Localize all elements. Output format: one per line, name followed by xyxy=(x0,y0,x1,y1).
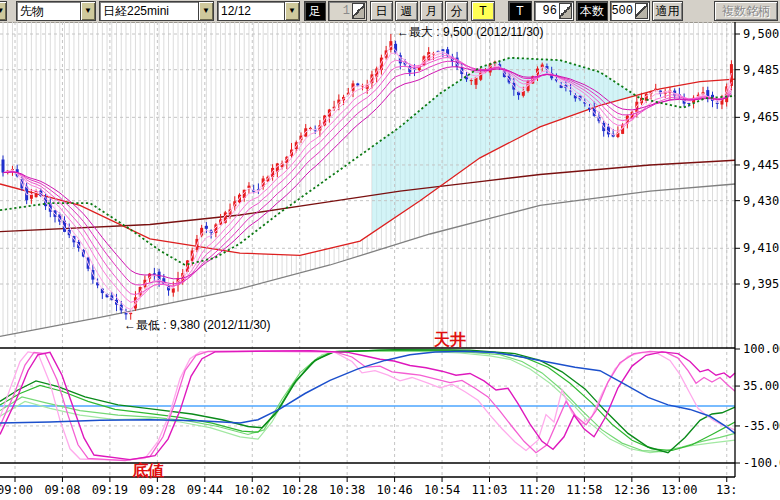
chevron-down-icon[interactable]: ▼ xyxy=(0,2,6,20)
bar-count-value: 500 xyxy=(611,4,635,18)
price-axis-label: 9,430 xyxy=(743,194,779,208)
price-axis-label: 9,410 xyxy=(743,241,779,255)
product-select[interactable]: 先物 ▼ xyxy=(16,1,96,21)
bar-count-label-button[interactable]: 本数 xyxy=(576,1,608,21)
time-axis-label: 10:54 xyxy=(424,483,460,497)
month-button[interactable]: 月 xyxy=(420,1,443,21)
chevron-down-icon[interactable]: ▼ xyxy=(284,2,299,20)
price-axis-label: 9,485 xyxy=(743,63,779,77)
time-axis-label: 10:02 xyxy=(234,483,270,497)
price-axis-label: 9,395 xyxy=(743,277,779,291)
annotation-ceiling: 天井 xyxy=(433,331,466,348)
time-axis-label: 09:00 xyxy=(0,483,33,497)
rci-blue xyxy=(0,351,735,433)
contract-select[interactable]: 12/12 ▼ xyxy=(217,1,300,21)
tick-button-active[interactable]: T xyxy=(471,1,495,21)
annotation-max: ←最大 : 9,500 (2012/11/30) xyxy=(397,25,544,39)
bar-count-spinner[interactable]: 500 xyxy=(610,1,650,21)
cloud-band xyxy=(372,58,642,233)
toolbar: ▼ 先物 ▼ 日経225mini ▼ 12/12 ▼ 足 1 日 週 月 分 T… xyxy=(0,0,780,23)
ticks-per-bar-spinner[interactable]: 96 xyxy=(534,1,574,21)
oscillator-axis-label: -100.00 xyxy=(743,456,780,470)
interval-value: 1 xyxy=(329,4,352,18)
plot-layers xyxy=(0,22,735,477)
oscillator-axis-label: 35.00 xyxy=(743,379,779,393)
price-axis-label: 9,500 xyxy=(743,27,779,41)
symbol-select-value: 日経225mini xyxy=(100,3,198,20)
time-axis-label: 11:58 xyxy=(566,483,602,497)
interval-spinner[interactable]: 1 xyxy=(328,1,367,21)
product-select-value: 先物 xyxy=(17,3,80,20)
ashi-button[interactable]: 足 xyxy=(304,1,326,21)
time-axis-label: 10:46 xyxy=(377,483,413,497)
tick-label-button[interactable]: T xyxy=(508,1,532,21)
price-chart-canvas: 9,5009,4859,4659,4459,4309,4109,395100.0… xyxy=(0,22,780,500)
chevron-down-icon[interactable]: ▼ xyxy=(198,2,213,20)
spinner-diagonal-icon[interactable] xyxy=(559,3,572,19)
annotation-floor: 底値 xyxy=(131,461,164,479)
time-axis-label: 12:36 xyxy=(614,483,650,497)
ticks-per-bar-value: 96 xyxy=(535,4,559,18)
symbol-select[interactable]: 日経225mini ▼ xyxy=(99,1,214,21)
time-axis-label: 10:28 xyxy=(282,483,318,497)
time-axis-label: 13:00 xyxy=(661,483,697,497)
oscillator-axis-label: 100.00 xyxy=(743,342,780,356)
hidden-combo-partial[interactable]: ▼ xyxy=(0,1,7,21)
time-axis-label: 13: xyxy=(716,483,738,497)
apply-button[interactable]: 適用 xyxy=(652,1,683,21)
time-axis-label: 09:28 xyxy=(139,483,175,497)
oscillator-axis-label: -35.00 xyxy=(743,419,780,433)
week-button[interactable]: 週 xyxy=(395,1,418,21)
chevron-down-icon[interactable]: ▼ xyxy=(80,2,95,20)
annotation-min: ←最低 : 9,380 (2012/11/30) xyxy=(124,318,271,332)
chart-app: ▼ 先物 ▼ 日経225mini ▼ 12/12 ▼ 足 1 日 週 月 分 T… xyxy=(0,0,780,500)
spinner-diagonal-icon[interactable] xyxy=(352,3,365,19)
day-button[interactable]: 日 xyxy=(370,1,393,21)
time-axis-label: 09:08 xyxy=(44,483,80,497)
time-axis-label: 09:44 xyxy=(187,483,223,497)
minute-button[interactable]: 分 xyxy=(445,1,468,21)
time-axis-label: 11:20 xyxy=(519,483,555,497)
time-axis-label: 09:19 xyxy=(92,483,128,497)
spinner-diagonal-icon[interactable] xyxy=(635,3,648,19)
time-axis-label: 10:38 xyxy=(329,483,365,497)
price-axis-label: 9,445 xyxy=(743,158,779,172)
price-axis-label: 9,465 xyxy=(743,110,779,124)
time-axis-label: 11:03 xyxy=(471,483,507,497)
multi-symbol-button: 複数銘柄 xyxy=(714,1,778,21)
contract-select-value: 12/12 xyxy=(218,4,284,18)
